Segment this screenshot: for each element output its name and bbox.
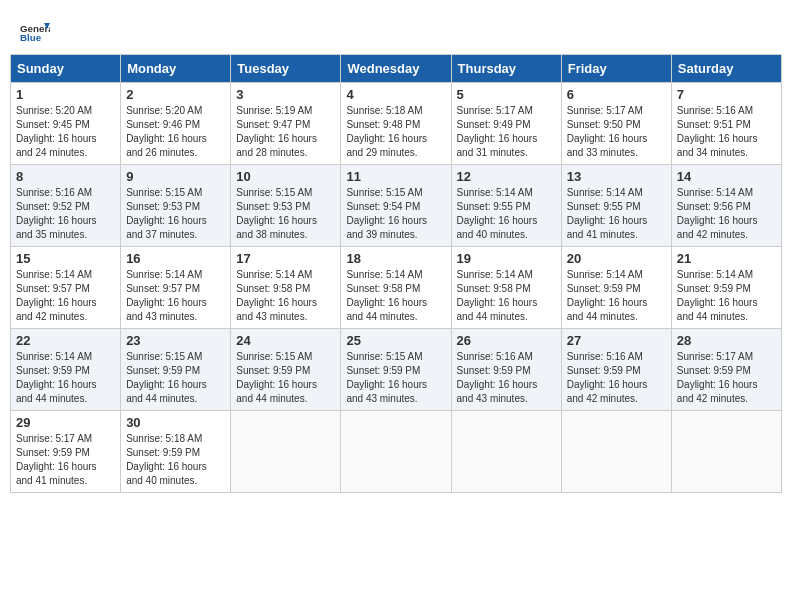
calendar-day-cell: 26Sunrise: 5:16 AMSunset: 9:59 PMDayligh… (451, 329, 561, 411)
calendar-day-cell (671, 411, 781, 493)
day-info: Sunrise: 5:14 AMSunset: 9:58 PMDaylight:… (346, 268, 445, 324)
calendar-table: SundayMondayTuesdayWednesdayThursdayFrid… (10, 54, 782, 493)
calendar-day-cell: 24Sunrise: 5:15 AMSunset: 9:59 PMDayligh… (231, 329, 341, 411)
day-info: Sunrise: 5:14 AMSunset: 9:59 PMDaylight:… (677, 268, 776, 324)
calendar-day-cell: 28Sunrise: 5:17 AMSunset: 9:59 PMDayligh… (671, 329, 781, 411)
calendar-day-cell: 9Sunrise: 5:15 AMSunset: 9:53 PMDaylight… (121, 165, 231, 247)
day-info: Sunrise: 5:16 AMSunset: 9:59 PMDaylight:… (457, 350, 556, 406)
calendar-day-cell: 21Sunrise: 5:14 AMSunset: 9:59 PMDayligh… (671, 247, 781, 329)
day-info: Sunrise: 5:14 AMSunset: 9:56 PMDaylight:… (677, 186, 776, 242)
day-of-week-header: Wednesday (341, 55, 451, 83)
day-info: Sunrise: 5:15 AMSunset: 9:53 PMDaylight:… (126, 186, 225, 242)
day-number: 12 (457, 169, 556, 184)
calendar-day-cell: 4Sunrise: 5:18 AMSunset: 9:48 PMDaylight… (341, 83, 451, 165)
day-number: 17 (236, 251, 335, 266)
calendar-week-row: 8Sunrise: 5:16 AMSunset: 9:52 PMDaylight… (11, 165, 782, 247)
day-info: Sunrise: 5:14 AMSunset: 9:58 PMDaylight:… (236, 268, 335, 324)
day-info: Sunrise: 5:16 AMSunset: 9:52 PMDaylight:… (16, 186, 115, 242)
calendar-day-cell (231, 411, 341, 493)
day-number: 4 (346, 87, 445, 102)
day-number: 27 (567, 333, 666, 348)
calendar-header-row: SundayMondayTuesdayWednesdayThursdayFrid… (11, 55, 782, 83)
day-info: Sunrise: 5:14 AMSunset: 9:55 PMDaylight:… (457, 186, 556, 242)
day-number: 18 (346, 251, 445, 266)
calendar-day-cell: 30Sunrise: 5:18 AMSunset: 9:59 PMDayligh… (121, 411, 231, 493)
day-of-week-header: Thursday (451, 55, 561, 83)
day-of-week-header: Friday (561, 55, 671, 83)
day-number: 21 (677, 251, 776, 266)
day-of-week-header: Saturday (671, 55, 781, 83)
day-number: 29 (16, 415, 115, 430)
calendar-day-cell: 7Sunrise: 5:16 AMSunset: 9:51 PMDaylight… (671, 83, 781, 165)
calendar-day-cell: 17Sunrise: 5:14 AMSunset: 9:58 PMDayligh… (231, 247, 341, 329)
day-info: Sunrise: 5:15 AMSunset: 9:59 PMDaylight:… (346, 350, 445, 406)
day-of-week-header: Sunday (11, 55, 121, 83)
page-header: General Blue (10, 10, 782, 49)
calendar-day-cell: 10Sunrise: 5:15 AMSunset: 9:53 PMDayligh… (231, 165, 341, 247)
day-number: 7 (677, 87, 776, 102)
day-number: 2 (126, 87, 225, 102)
day-number: 19 (457, 251, 556, 266)
day-number: 11 (346, 169, 445, 184)
day-number: 15 (16, 251, 115, 266)
day-info: Sunrise: 5:16 AMSunset: 9:51 PMDaylight:… (677, 104, 776, 160)
day-number: 5 (457, 87, 556, 102)
calendar-day-cell (341, 411, 451, 493)
day-info: Sunrise: 5:14 AMSunset: 9:59 PMDaylight:… (567, 268, 666, 324)
calendar-day-cell: 14Sunrise: 5:14 AMSunset: 9:56 PMDayligh… (671, 165, 781, 247)
calendar-day-cell (451, 411, 561, 493)
day-info: Sunrise: 5:20 AMSunset: 9:46 PMDaylight:… (126, 104, 225, 160)
calendar-day-cell: 23Sunrise: 5:15 AMSunset: 9:59 PMDayligh… (121, 329, 231, 411)
calendar-week-row: 22Sunrise: 5:14 AMSunset: 9:59 PMDayligh… (11, 329, 782, 411)
day-number: 23 (126, 333, 225, 348)
calendar-week-row: 15Sunrise: 5:14 AMSunset: 9:57 PMDayligh… (11, 247, 782, 329)
calendar-day-cell: 25Sunrise: 5:15 AMSunset: 9:59 PMDayligh… (341, 329, 451, 411)
calendar-day-cell: 6Sunrise: 5:17 AMSunset: 9:50 PMDaylight… (561, 83, 671, 165)
logo: General Blue (20, 20, 54, 44)
calendar-day-cell (561, 411, 671, 493)
calendar-day-cell: 19Sunrise: 5:14 AMSunset: 9:58 PMDayligh… (451, 247, 561, 329)
calendar-day-cell: 27Sunrise: 5:16 AMSunset: 9:59 PMDayligh… (561, 329, 671, 411)
day-number: 3 (236, 87, 335, 102)
day-info: Sunrise: 5:17 AMSunset: 9:49 PMDaylight:… (457, 104, 556, 160)
day-number: 14 (677, 169, 776, 184)
day-info: Sunrise: 5:17 AMSunset: 9:59 PMDaylight:… (677, 350, 776, 406)
day-info: Sunrise: 5:14 AMSunset: 9:57 PMDaylight:… (16, 268, 115, 324)
day-info: Sunrise: 5:17 AMSunset: 9:59 PMDaylight:… (16, 432, 115, 488)
day-number: 30 (126, 415, 225, 430)
day-info: Sunrise: 5:18 AMSunset: 9:48 PMDaylight:… (346, 104, 445, 160)
day-info: Sunrise: 5:15 AMSunset: 9:59 PMDaylight:… (236, 350, 335, 406)
day-info: Sunrise: 5:14 AMSunset: 9:57 PMDaylight:… (126, 268, 225, 324)
calendar-day-cell: 20Sunrise: 5:14 AMSunset: 9:59 PMDayligh… (561, 247, 671, 329)
day-number: 26 (457, 333, 556, 348)
day-number: 16 (126, 251, 225, 266)
day-number: 1 (16, 87, 115, 102)
calendar-day-cell: 13Sunrise: 5:14 AMSunset: 9:55 PMDayligh… (561, 165, 671, 247)
day-of-week-header: Monday (121, 55, 231, 83)
calendar-day-cell: 3Sunrise: 5:19 AMSunset: 9:47 PMDaylight… (231, 83, 341, 165)
day-number: 13 (567, 169, 666, 184)
day-of-week-header: Tuesday (231, 55, 341, 83)
calendar-day-cell: 16Sunrise: 5:14 AMSunset: 9:57 PMDayligh… (121, 247, 231, 329)
logo-icon: General Blue (20, 20, 50, 44)
day-info: Sunrise: 5:19 AMSunset: 9:47 PMDaylight:… (236, 104, 335, 160)
day-number: 9 (126, 169, 225, 184)
day-info: Sunrise: 5:20 AMSunset: 9:45 PMDaylight:… (16, 104, 115, 160)
day-info: Sunrise: 5:15 AMSunset: 9:53 PMDaylight:… (236, 186, 335, 242)
calendar-day-cell: 18Sunrise: 5:14 AMSunset: 9:58 PMDayligh… (341, 247, 451, 329)
calendar-day-cell: 8Sunrise: 5:16 AMSunset: 9:52 PMDaylight… (11, 165, 121, 247)
day-number: 6 (567, 87, 666, 102)
day-number: 10 (236, 169, 335, 184)
day-number: 20 (567, 251, 666, 266)
svg-text:Blue: Blue (20, 32, 42, 43)
calendar-day-cell: 29Sunrise: 5:17 AMSunset: 9:59 PMDayligh… (11, 411, 121, 493)
calendar-day-cell: 12Sunrise: 5:14 AMSunset: 9:55 PMDayligh… (451, 165, 561, 247)
day-info: Sunrise: 5:14 AMSunset: 9:59 PMDaylight:… (16, 350, 115, 406)
calendar-day-cell: 2Sunrise: 5:20 AMSunset: 9:46 PMDaylight… (121, 83, 231, 165)
calendar-day-cell: 15Sunrise: 5:14 AMSunset: 9:57 PMDayligh… (11, 247, 121, 329)
day-info: Sunrise: 5:18 AMSunset: 9:59 PMDaylight:… (126, 432, 225, 488)
day-info: Sunrise: 5:15 AMSunset: 9:54 PMDaylight:… (346, 186, 445, 242)
day-info: Sunrise: 5:14 AMSunset: 9:55 PMDaylight:… (567, 186, 666, 242)
calendar-week-row: 29Sunrise: 5:17 AMSunset: 9:59 PMDayligh… (11, 411, 782, 493)
calendar-week-row: 1Sunrise: 5:20 AMSunset: 9:45 PMDaylight… (11, 83, 782, 165)
